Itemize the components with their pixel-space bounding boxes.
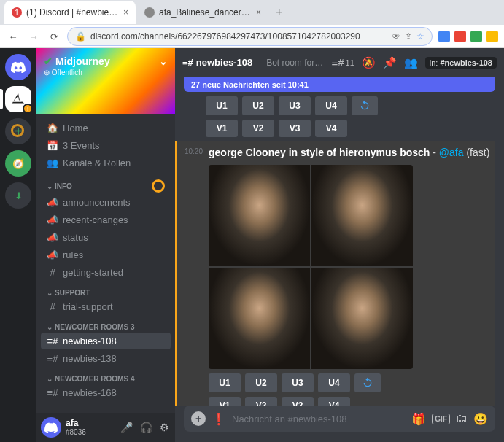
channel-getting-started[interactable]: #getting-started <box>41 264 171 281</box>
channel-announcements[interactable]: 📣announcements <box>41 194 171 211</box>
u4-button[interactable]: U4 <box>315 96 347 115</box>
people-icon: 👥 <box>47 158 58 168</box>
tab-close-icon[interactable]: × <box>123 7 128 18</box>
v4-button[interactable]: V4 <box>315 120 347 137</box>
server-banner[interactable]: ✔Midjourney⌄ ⊕ Öffentlich <box>36 48 175 114</box>
search-bar[interactable]: in: #newbies-108 <box>425 57 497 69</box>
threads-icon[interactable]: ≡# 11 <box>331 56 354 69</box>
channel-header: ≡#newbies-108 Bot room for ne... ≡# 11 🔕… <box>175 48 504 77</box>
channel-newbies-108[interactable]: ≡#newbies-108 <box>41 333 171 349</box>
events-link[interactable]: 📅3 Events <box>41 137 171 154</box>
u4-button[interactable]: U4 <box>318 373 350 392</box>
channel-newbies-168[interactable]: ≡#newbies-168 <box>41 384 171 401</box>
extension-icon[interactable] <box>470 31 482 42</box>
generated-image-4[interactable] <box>311 268 413 369</box>
u1-button[interactable]: U1 <box>209 373 241 392</box>
u2-button[interactable]: U2 <box>245 373 277 392</box>
category-newcomer-3[interactable]: ⌄ NEWCOMER ROOMS 3 <box>41 316 171 333</box>
reroll-button[interactable] <box>352 96 378 115</box>
v1-button[interactable]: V1 <box>209 397 241 406</box>
lock-icon: 🔒 <box>75 31 86 42</box>
generated-image-1[interactable] <box>209 165 310 266</box>
generated-image-3[interactable] <box>209 268 310 369</box>
reload-button[interactable]: ⟳ <box>47 29 61 44</box>
new-tab-button[interactable]: + <box>270 6 288 19</box>
new-messages-bar[interactable]: 27 neue Nachrichten seit 10:41 <box>184 77 495 92</box>
megaphone-icon: 📣 <box>47 214 58 225</box>
message-timestamp: 10:20 <box>184 146 203 406</box>
u2-button[interactable]: U2 <box>242 96 274 115</box>
attach-button[interactable]: + <box>191 411 206 426</box>
eye-off-icon[interactable]: 👁 <box>392 31 400 42</box>
url-input[interactable] <box>90 31 387 42</box>
user-avatar[interactable] <box>41 417 61 438</box>
notifications-icon[interactable]: 🔕 <box>362 56 376 69</box>
v4-button[interactable]: V4 <box>318 397 350 406</box>
v2-button[interactable]: V2 <box>242 120 274 137</box>
home-link[interactable]: 🏠Home <box>41 120 171 136</box>
hash-icon: # <box>47 267 58 278</box>
channel-status[interactable]: 📣status <box>41 229 171 246</box>
pinned-icon[interactable]: 📌 <box>383 56 397 69</box>
extension-icon[interactable] <box>454 31 466 42</box>
thread-hash-icon: ≡# <box>47 336 58 346</box>
download-button[interactable]: ⬇ <box>5 182 31 209</box>
emoji-icon[interactable]: 😀 <box>473 412 488 426</box>
v3-button[interactable]: V3 <box>279 120 311 137</box>
messages: 27 neue Nachrichten seit 10:41 U1 U2 U3 … <box>175 77 504 406</box>
category-newcomer-4[interactable]: ⌄ NEWCOMER ROOMS 4 <box>41 368 171 384</box>
upscale-buttons: U1 U2 U3 U4 <box>206 96 495 115</box>
members-icon[interactable]: 👥 <box>404 56 418 69</box>
category-support[interactable]: ⌄ SUPPORT <box>41 282 171 298</box>
share-icon[interactable]: ⇪ <box>405 31 412 42</box>
explore-button[interactable]: 🧭 <box>5 150 31 177</box>
browser-tab-inactive[interactable]: afa_Balinese_dancer_0a0d8fdd-c × <box>137 1 268 24</box>
category-info[interactable]: ⌄ INFO <box>41 172 171 194</box>
v2-button[interactable]: V2 <box>245 397 277 406</box>
sticker-icon[interactable]: 🗂 <box>456 412 468 425</box>
add-server-button[interactable]: + <box>5 118 31 144</box>
channel-trial-support[interactable]: #trial-support <box>41 298 171 315</box>
channel-recent-changes[interactable]: 📣recent-changes <box>41 212 171 228</box>
settings-icon[interactable]: ⚙ <box>158 422 171 433</box>
discord-logo-icon <box>44 422 58 433</box>
extension-icon[interactable] <box>438 31 450 42</box>
message-input[interactable] <box>232 414 406 424</box>
mention[interactable]: @afa <box>439 147 464 158</box>
u1-button[interactable]: U1 <box>206 96 238 115</box>
star-icon[interactable]: ☆ <box>416 31 424 42</box>
tab-close-icon[interactable]: × <box>256 7 261 18</box>
user-info[interactable]: afa #8036 <box>66 419 115 436</box>
back-button[interactable]: ← <box>6 29 20 44</box>
u3-button[interactable]: U3 <box>282 373 314 392</box>
channels-roles-link[interactable]: 👥Kanäle & Rollen <box>41 155 171 171</box>
tab-title: (1) Discord | #newbies-108 | Mid <box>26 7 119 18</box>
v3-button[interactable]: V3 <box>282 397 314 406</box>
hash-icon: # <box>47 301 58 312</box>
discord-home-button[interactable] <box>5 54 31 80</box>
upscale-buttons: U1 U2 U3 U4 <box>209 373 495 392</box>
notification-badge: ! <box>23 104 33 114</box>
deafen-icon[interactable]: 🎧 <box>139 422 154 433</box>
u3-button[interactable]: U3 <box>279 96 311 115</box>
variation-buttons: V1 V2 V3 V4 <box>209 397 495 406</box>
gift-icon[interactable]: 🎁 <box>411 412 426 426</box>
forward-button[interactable]: → <box>26 29 41 44</box>
generated-image-2[interactable] <box>311 165 413 266</box>
address-bar[interactable]: 🔒 👁 ⇪ ☆ <box>67 27 433 46</box>
browser-tab-active[interactable]: 1 (1) Discord | #newbies-108 | Mid × <box>4 1 136 24</box>
channel-newbies-138[interactable]: ≡#newbies-138 <box>41 350 171 367</box>
v1-button[interactable]: V1 <box>206 120 238 137</box>
reroll-icon <box>362 377 373 389</box>
server-name: ✔Midjourney⌄ <box>44 55 168 67</box>
channel-rules[interactable]: 📣rules <box>41 247 171 263</box>
guild-midjourney[interactable]: ! <box>5 86 31 112</box>
mute-mic-icon[interactable]: 🎤 <box>119 422 134 433</box>
megaphone-icon: 📣 <box>47 249 58 260</box>
image-grid[interactable] <box>209 165 413 369</box>
channel-topic[interactable]: Bot room for ne... <box>260 58 324 68</box>
extension-icon[interactable] <box>486 31 498 42</box>
user-panel: afa #8036 🎤 🎧 ⚙ <box>36 413 175 442</box>
gif-button[interactable]: GIF <box>432 414 450 424</box>
reroll-button[interactable] <box>354 373 381 392</box>
